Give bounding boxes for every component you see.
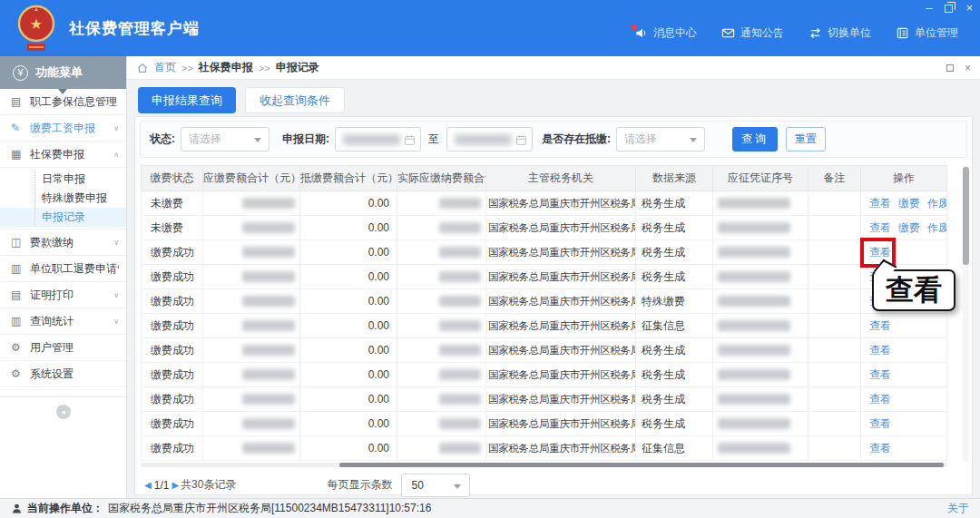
sidebar-item-4[interactable]: ◫费款缴纳∨ <box>0 230 126 256</box>
sidebar-item-8[interactable]: ⚙用户管理 <box>0 335 126 361</box>
sidebar-collapse-button[interactable]: ◂ <box>56 405 71 419</box>
redacted-serial <box>718 198 790 209</box>
vertical-scrollbar-thumb[interactable] <box>963 167 969 265</box>
cell-voucher-serial <box>713 363 808 387</box>
sidebar-item-2[interactable]: ✎缴费工资申报∨ <box>0 115 126 142</box>
vertical-scrollbar[interactable] <box>963 165 969 461</box>
sidebar-item-6[interactable]: ▤证明打印∨ <box>0 282 126 308</box>
sidebar-item-9[interactable]: ⚙系统设置 <box>0 361 126 387</box>
declare-date-start-input[interactable] <box>335 127 421 151</box>
sidebar-item-label: 用户管理 <box>30 340 119 356</box>
cell-payment-status: 缴费成功 <box>142 338 203 363</box>
horizontal-scrollbar[interactable] <box>141 463 947 467</box>
cell-note <box>808 216 861 240</box>
content-card: 状态: 请选择 申报日期: 至 <box>134 116 973 495</box>
cell-payment-status: 未缴费 <box>142 216 203 240</box>
prev-page-button[interactable]: ◀ <box>144 480 152 490</box>
sidebar-item-3[interactable]: ▦社保费申报∧ <box>0 142 126 168</box>
redacted-amount <box>242 198 295 209</box>
sidebar-subitem-3[interactable]: 申报记录 <box>0 208 126 227</box>
action-link[interactable]: 查看 <box>869 368 891 381</box>
breadcrumb-home[interactable]: 首页 <box>154 60 176 75</box>
cell-voucher-serial <box>713 338 808 363</box>
column-header: 缴费状态 <box>142 166 203 191</box>
cell-actual-payable-total <box>397 191 486 216</box>
status-select-value: 请选择 <box>189 132 221 147</box>
next-page-button[interactable]: ▶ <box>172 480 179 490</box>
sidebar-subitem-1[interactable]: 日常申报 <box>0 170 126 189</box>
declare-date-end-input[interactable] <box>446 127 533 151</box>
offset-exists-label: 是否存在抵缴: <box>542 132 611 147</box>
status-filter-label: 状态: <box>150 132 175 147</box>
cell-data-source: 征集信息 <box>636 436 713 461</box>
tab-collapse-query-conditions[interactable]: 收起查询条件 <box>245 87 345 113</box>
action-link[interactable]: 查看 <box>869 319 891 332</box>
cell-tax-authority: 国家税务总局重庆市开州区税务局 <box>486 265 636 289</box>
topnav-unit-admin[interactable]: 单位管理 <box>895 25 958 41</box>
cell-voucher-serial <box>713 265 808 289</box>
panel-restore-icon[interactable] <box>946 64 954 72</box>
query-button[interactable]: 查询 <box>732 127 778 151</box>
calendar-icon <box>404 134 416 146</box>
action-link[interactable]: 查看 <box>869 393 891 406</box>
horizontal-scrollbar-thumb[interactable] <box>339 463 944 467</box>
close-button[interactable]: × <box>965 2 973 15</box>
cell-payment-status: 缴费成功 <box>142 363 203 387</box>
sidebar-item-7[interactable]: ▥查询统计∨ <box>0 308 126 335</box>
cell-actions: 查看 <box>861 363 947 387</box>
cell-payment-status: 缴费成功 <box>142 412 203 436</box>
swap-arrows-icon <box>808 26 822 41</box>
action-link[interactable]: 查看 <box>869 442 891 454</box>
redacted-amount <box>439 418 481 429</box>
action-link[interactable]: 查看 <box>869 197 891 210</box>
table-row: 缴费成功0.00国家税务总局重庆市开州区税务局征集信息查看 <box>142 436 947 461</box>
column-header: 应征凭证序号 <box>713 166 808 191</box>
cell-note <box>808 314 861 338</box>
cell-payable-total <box>203 216 300 240</box>
cell-actual-payable-total <box>397 387 486 412</box>
cell-payment-status: 缴费成功 <box>142 265 203 289</box>
cell-offset-total: 0.00 <box>300 216 397 240</box>
minimize-button[interactable]: – <box>926 2 932 15</box>
topnav-switch-unit[interactable]: 切换单位 <box>808 25 871 41</box>
cell-tax-authority: 国家税务总局重庆市开州区税务局 <box>486 412 636 436</box>
table-row: 缴费成功0.00国家税务总局重庆市开州区税务局征集信息查看 <box>142 314 947 338</box>
cell-data-source: 特殊缴费 <box>636 289 713 314</box>
total-records: 共30条记录 <box>181 477 236 493</box>
operator-value: 国家税务总局重庆市开州区税务局[11500234MB15473311]10:57… <box>108 501 431 516</box>
status-select[interactable]: 请选择 <box>181 127 270 151</box>
topnav-notice[interactable]: 通知公告 <box>720 25 784 41</box>
offset-exists-select[interactable]: 请选择 <box>616 127 705 151</box>
cell-payment-status: 缴费成功 <box>142 436 203 461</box>
envelope-icon <box>720 26 735 41</box>
cell-voucher-serial <box>713 436 808 461</box>
cell-data-source: 税务生成 <box>636 216 713 240</box>
topnav-message-center[interactable]: 消息中心 <box>633 25 697 41</box>
tab-declaration-result-query[interactable]: 申报结果查询 <box>138 87 236 113</box>
calendar-icon <box>515 134 527 146</box>
per-page-select[interactable]: 50 <box>401 474 470 497</box>
date-to-label: 至 <box>428 132 439 147</box>
action-link[interactable]: 作废 <box>927 197 947 210</box>
action-link[interactable]: 查看 <box>869 344 891 357</box>
cell-payment-status: 未缴费 <box>142 191 203 216</box>
action-link[interactable]: 缴费 <box>898 221 920 234</box>
panel-close-icon[interactable]: × <box>965 62 971 74</box>
sidebar-item-5[interactable]: ▥单位职工退费申请管理 <box>0 256 126 282</box>
action-link[interactable]: 作废 <box>927 221 947 234</box>
about-link[interactable]: 关于 <box>947 501 969 516</box>
cell-actual-payable-total <box>397 289 486 314</box>
table-row: 未缴费0.00国家税务总局重庆市开州区税务局税务生成查看缴费作废 <box>142 216 947 240</box>
reset-button[interactable]: 重置 <box>786 127 826 151</box>
action-link[interactable]: 缴费 <box>898 197 920 210</box>
table-row: 未缴费0.00国家税务总局重庆市开州区税务局税务生成查看缴费作废 <box>142 191 947 216</box>
redacted-amount <box>439 320 481 331</box>
restore-button[interactable] <box>945 5 953 13</box>
cell-offset-total: 0.00 <box>300 265 397 289</box>
action-link[interactable]: 查看 <box>869 221 891 234</box>
cell-actual-payable-total <box>397 363 486 387</box>
person-icon <box>11 503 23 514</box>
action-link[interactable]: 查看 <box>869 417 891 430</box>
cell-note <box>808 363 861 387</box>
sidebar-subitem-2[interactable]: 特殊缴费申报 <box>0 189 126 208</box>
